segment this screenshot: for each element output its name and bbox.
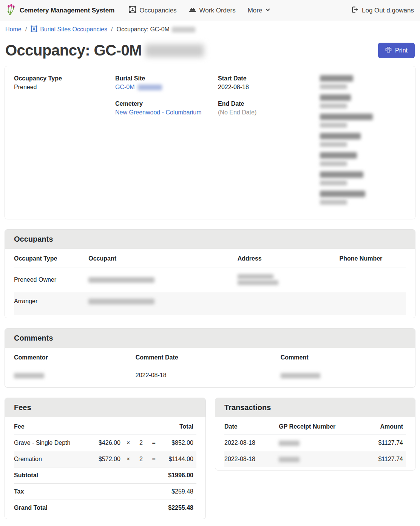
fee-qty-cell: 2 xyxy=(136,451,149,467)
page-header: Occupancy: GC-0M Print xyxy=(0,37,420,66)
redacted-value xyxy=(320,200,347,205)
fees-grand-total-row: Grand Total $2255.48 xyxy=(14,500,196,516)
start-date-value: 2022-08-18 xyxy=(218,84,320,91)
fee-name-cell: Grave - Single Depth xyxy=(14,435,94,451)
comment-date-cell: 2022-08-18 xyxy=(136,366,281,385)
occupants-header-row: Occupant Type Occupant Address Phone Num… xyxy=(14,249,406,267)
redacted-label xyxy=(320,152,357,159)
brand-link[interactable]: Cemetery Management System xyxy=(6,4,114,17)
nav-occupancies[interactable]: Occupancies xyxy=(124,3,181,18)
redacted-field xyxy=(320,152,406,166)
fees-header-row: Fee Total xyxy=(14,417,196,435)
redacted-field xyxy=(320,171,406,185)
col-occupant-type: Occupant Type xyxy=(14,249,88,267)
redacted-label xyxy=(320,133,361,139)
redacted-value xyxy=(320,142,347,147)
tax-label: Tax xyxy=(14,484,94,500)
occupancy-type-field: Occupancy Type Preneed xyxy=(14,75,115,91)
breadcrumb: Home / Burial Sites Occupancies / Occupa… xyxy=(0,21,420,37)
col-comment-date: Comment Date xyxy=(136,348,281,366)
redacted-text xyxy=(238,280,278,285)
redacted-field xyxy=(320,75,406,89)
redacted-text xyxy=(281,373,320,378)
transactions-title: Transactions xyxy=(215,398,415,417)
comments-title: Comments xyxy=(5,329,415,348)
cemetery-field: Cemetery New Greenwood - Columbarium xyxy=(115,100,218,116)
grand-total-label: Grand Total xyxy=(14,500,94,516)
redacted-label xyxy=(320,114,373,120)
col-gp-receipt-number: GP Receipt Number xyxy=(279,417,353,435)
cemetery-link[interactable]: New Greenwood - Columbarium xyxy=(115,109,202,116)
redacted-field xyxy=(320,133,406,147)
breadcrumb-home[interactable]: Home xyxy=(5,26,22,33)
print-button[interactable]: Print xyxy=(378,43,415,58)
cemetery-label: Cemetery xyxy=(115,100,218,107)
comments-header-row: Commentor Comment Date Comment xyxy=(14,348,406,366)
subtotal-label: Subtotal xyxy=(14,467,94,484)
comments-card: Comments Commentor Comment Date Comment xyxy=(5,328,415,388)
commentor-cell xyxy=(14,366,136,385)
fee-unit-price-cell: $426.00 xyxy=(94,435,124,451)
nav-work-orders-label: Work Orders xyxy=(199,7,236,14)
redacted-value xyxy=(320,84,347,89)
redacted-field xyxy=(320,114,406,128)
occupants-card: Occupants Occupant Type Occupant Address… xyxy=(5,229,415,318)
fee-total-cell: $852.00 xyxy=(162,435,196,451)
col-address: Address xyxy=(238,249,340,267)
occupants-table: Occupant Type Occupant Address Phone Num… xyxy=(14,249,406,315)
nav-more[interactable]: More xyxy=(243,4,275,17)
detail-col-3: Start Date 2022-08-18 End Date (No End D… xyxy=(218,75,320,210)
occupant-phone-cell xyxy=(340,267,406,292)
breadcrumb-separator: / xyxy=(25,26,27,33)
redacted-text xyxy=(145,44,204,57)
occupant-row: Preneed Owner xyxy=(14,267,406,292)
col-fee-calc xyxy=(94,417,162,435)
occupant-type-cell: Preneed Owner xyxy=(14,267,88,292)
transaction-receipt-cell xyxy=(279,451,353,467)
page-title-text: Occupancy: GC-0M xyxy=(5,42,142,59)
fees-transactions-row: Fees Fee Total Grave - Single Depth xyxy=(5,398,415,524)
equals-symbol: = xyxy=(149,451,162,467)
logout-link[interactable]: Log Out d.gowans xyxy=(351,6,414,15)
tulip-logo-icon xyxy=(6,4,16,17)
occupancy-type-label: Occupancy Type xyxy=(14,75,115,82)
col-comment: Comment xyxy=(281,348,406,366)
logout-label: Log Out d.gowans xyxy=(362,7,414,14)
chevron-down-icon xyxy=(265,7,270,14)
occupant-phone-cell xyxy=(340,292,406,311)
breadcrumb-burial-sites-occupancies[interactable]: Burial Sites Occupancies xyxy=(31,25,107,34)
burial-site-link[interactable]: GC-0M xyxy=(115,84,135,90)
main-nav: Occupancies Work Orders More xyxy=(124,3,275,18)
occupant-address-cell xyxy=(238,267,340,292)
fees-title: Fees xyxy=(5,398,205,417)
grand-total-value: $2255.48 xyxy=(94,500,196,516)
transaction-date-cell: 2022-08-18 xyxy=(224,451,279,467)
detail-col-2: Burial Site GC-0M Cemetery New Greenwood… xyxy=(115,75,218,210)
redacted-label xyxy=(320,75,353,82)
end-date-value: (No End Date) xyxy=(218,109,320,116)
redacted-text xyxy=(172,27,195,32)
breadcrumb-burial-label: Burial Sites Occupancies xyxy=(40,26,107,33)
tax-value: $259.48 xyxy=(94,484,196,500)
transaction-date-cell: 2022-08-18 xyxy=(224,435,279,451)
occupant-address-cell xyxy=(238,292,340,311)
equals-symbol: = xyxy=(149,435,162,451)
occupancy-type-value: Preneed xyxy=(14,84,115,91)
nav-work-orders[interactable]: Work Orders xyxy=(184,4,240,17)
comment-row: 2022-08-18 xyxy=(14,366,406,385)
table-filler xyxy=(14,310,406,315)
transaction-row: 2022-08-18 $1127.74 xyxy=(224,451,406,467)
fees-tax-row: Tax $259.48 xyxy=(14,484,196,500)
occupant-row: Arranger xyxy=(14,292,406,311)
redacted-field xyxy=(320,94,406,108)
transaction-receipt-cell xyxy=(279,435,353,451)
multiply-symbol: × xyxy=(124,451,136,467)
fee-name-cell: Cremation xyxy=(14,451,94,467)
page-title: Occupancy: GC-0M xyxy=(5,42,204,59)
fee-qty-cell: 2 xyxy=(136,435,149,451)
col-date: Date xyxy=(224,417,279,435)
breadcrumb-current: Occupancy: GC-0M xyxy=(116,26,195,33)
transactions-card: Transactions Date GP Receipt Number Amou… xyxy=(215,398,415,470)
print-button-label: Print xyxy=(395,47,408,54)
multiply-symbol: × xyxy=(124,435,136,451)
